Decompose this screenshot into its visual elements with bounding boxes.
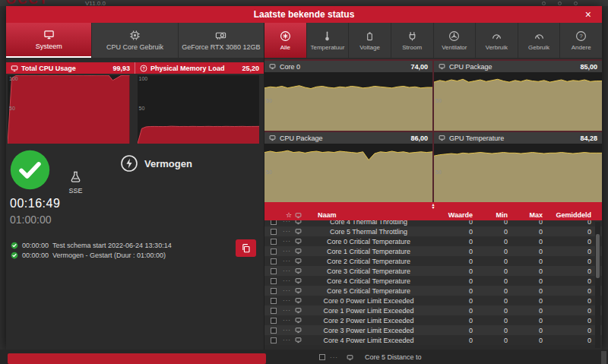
cpu-package-plot: [434, 72, 602, 131]
sensor-min: 0: [473, 267, 508, 275]
table-row[interactable]: ··· Core 4 Power Limit Exceeded 0 0 0 0: [264, 335, 602, 345]
tab-cpu-core-gebruik[interactable]: CPU Core Gebruik: [92, 23, 177, 58]
row-menu-dots[interactable]: ···: [283, 267, 295, 274]
tab-alle[interactable]: Alle: [264, 23, 306, 58]
table-row[interactable]: ··· Core 4 Critical Temperature 0 0 0 0: [264, 276, 602, 286]
sensor-min: 0: [473, 317, 508, 324]
table-row[interactable]: ··· Core 3 Critical Temperature 0 0 0 0: [264, 266, 602, 276]
log-time: 00:00:00: [22, 252, 49, 259]
event-log: 00:00:00 Test schema start 2022-06-24 13…: [6, 236, 264, 263]
log-text: Vermogen - Gestart (Duur : 01:00:00): [52, 252, 166, 259]
tab-label: Andere: [572, 44, 591, 51]
row-checkbox[interactable]: [271, 258, 277, 264]
table-row[interactable]: ··· Core 3 Power Limit Exceeded 0 0 0 0: [264, 325, 602, 335]
chart-title: CPU Package: [280, 135, 323, 142]
sensor-name: Core 5 Thermal Throttling: [309, 228, 429, 236]
row-menu-dots[interactable]: ···: [283, 258, 295, 264]
dialog-title: Laatste bekende status: [254, 9, 355, 20]
row-checkbox[interactable]: [271, 278, 277, 284]
chart-header: CPU Package 86,00: [264, 132, 432, 144]
tab-verbruik[interactable]: Verbruik: [476, 23, 518, 58]
sensor-min: 0: [473, 228, 508, 236]
tab-gpu[interactable]: GeForce RTX 3080 12GB: [179, 23, 264, 58]
table-row[interactable]: ··· Core 2 Critical Temperature 0 0 0 0: [264, 256, 602, 266]
meter-physical-memory-load: ? Physical Memory Load 25,20: [135, 62, 264, 74]
row-menu-dots[interactable]: ···: [283, 317, 295, 324]
row-checkbox[interactable]: [271, 220, 277, 225]
copy-log-button[interactable]: [236, 239, 256, 257]
row-menu-dots[interactable]: ···: [283, 228, 295, 235]
sensor-value: 0: [429, 307, 473, 315]
monitor-icon: [439, 135, 445, 141]
row-checkbox[interactable]: [271, 308, 277, 314]
row-menu-dots[interactable]: ···: [283, 297, 295, 304]
sensor-max: 0: [508, 327, 543, 334]
sensor-name: Core 5 Critical Temperature: [309, 287, 429, 295]
table-row[interactable]: ··· Core 1 Critical Temperature 0 0 0 0: [264, 246, 602, 256]
tab-gebruik[interactable]: Gebruik: [518, 23, 560, 58]
monitor-icon: [295, 248, 309, 255]
sensor-chart-grid: Core 0 74,00 50 CPU Package 85,00: [264, 59, 602, 202]
meter-value: 25,20: [242, 65, 259, 72]
app-version: V11.0.0: [85, 0, 106, 6]
table-scrollbar[interactable]: [595, 222, 600, 348]
tab-voltage[interactable]: Voltage: [349, 23, 391, 58]
col-header-naam: Naam: [309, 211, 429, 219]
tab-andere[interactable]: ? Andere: [560, 23, 602, 58]
row-checkbox[interactable]: [271, 229, 277, 235]
row-menu-dots[interactable]: ···: [283, 277, 295, 284]
tab-ventilator[interactable]: Ventilator: [434, 23, 476, 58]
close-button[interactable]: ×: [582, 6, 594, 23]
table-row[interactable]: ··· Core 2 Power Limit Exceeded 0 0 0 0: [264, 315, 602, 325]
scrollbar-thumb[interactable]: [596, 234, 600, 278]
memory-load-plot: [138, 75, 260, 144]
plug-icon: [407, 30, 418, 42]
y-tick: 50: [435, 98, 442, 103]
meter-total-cpu-usage: Total CPU Usage 99,93: [6, 62, 135, 74]
tab-systeem[interactable]: Systeem: [6, 23, 91, 58]
tab-stroom[interactable]: Stroom: [391, 23, 433, 58]
row-checkbox[interactable]: [271, 318, 277, 324]
table-row[interactable]: ··· Core 0 Critical Temperature 0 0 0 0: [264, 236, 602, 246]
row-checkbox[interactable]: [271, 248, 277, 255]
sensor-max: 0: [508, 248, 543, 255]
table-row[interactable]: ··· Core 0 Power Limit Exceeded 0 0 0 0: [264, 296, 602, 305]
copy-icon: [241, 243, 251, 253]
log-entry: 00:00:00 Test schema start 2022-06-24 13…: [11, 240, 259, 250]
sensor-max: 0: [508, 220, 543, 226]
row-menu-dots[interactable]: ···: [283, 220, 295, 225]
sensor-avg: 0: [543, 228, 591, 236]
sensor-min: 0: [473, 337, 508, 344]
row-menu-dots[interactable]: ···: [283, 287, 295, 294]
power-cycle-icon: [120, 154, 138, 173]
table-row[interactable]: ··· Core 5 Critical Temperature 0 0 0 0: [264, 286, 602, 296]
background-app-top: OCCT V11.0.0: [0, 0, 608, 6]
row-menu-dots[interactable]: ···: [283, 307, 295, 314]
monitor-icon: [295, 238, 309, 245]
row-checkbox[interactable]: [271, 337, 277, 343]
tab-label: Alle: [280, 44, 290, 51]
row-menu-dots: ···: [330, 354, 342, 361]
row-menu-dots[interactable]: ···: [283, 248, 295, 255]
row-checkbox[interactable]: [271, 328, 277, 334]
table-row[interactable]: ··· Core 5 Thermal Throttling 0 0 0 0: [264, 226, 602, 236]
sensor-max: 0: [508, 297, 543, 305]
row-checkbox[interactable]: [271, 298, 277, 304]
sensor-min: 0: [473, 277, 508, 285]
row-menu-dots[interactable]: ···: [283, 327, 295, 334]
splitter-handle[interactable]: ▴ ▾: [264, 202, 602, 210]
table-row[interactable]: ··· Core 4 Thermal Throttling 0 0 0 0: [264, 220, 602, 226]
dialog-body: Systeem CPU Core Gebruik GeForce RTX 308…: [6, 23, 602, 350]
col-header-min: Min: [473, 211, 508, 219]
question-circle-icon: ?: [575, 30, 587, 42]
row-checkbox[interactable]: [271, 288, 277, 294]
row-menu-dots[interactable]: ···: [283, 238, 295, 245]
tab-temperatuur[interactable]: Temperatuur: [307, 23, 349, 58]
row-menu-dots[interactable]: ···: [283, 337, 295, 343]
fan-icon: [448, 30, 460, 42]
row-checkbox[interactable]: [271, 239, 277, 245]
table-row[interactable]: ··· Core 1 Power Limit Exceeded 0 0 0 0: [264, 305, 602, 315]
row-checkbox[interactable]: [271, 268, 277, 274]
flask-icon: [68, 169, 83, 185]
sensor-value: 0: [429, 248, 473, 255]
